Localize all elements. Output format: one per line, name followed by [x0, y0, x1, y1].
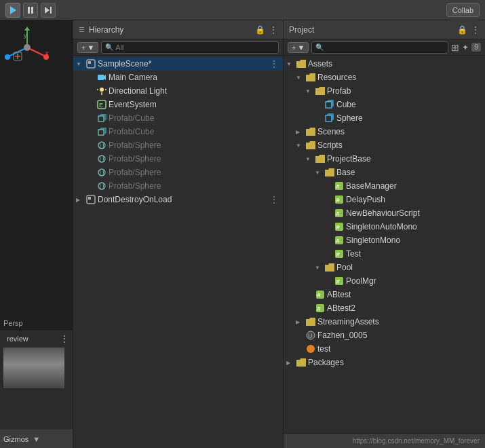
svg-rect-25: [98, 130, 104, 135]
tree-item-dots[interactable]: ⋮: [269, 58, 283, 69]
hierarchy-item[interactable]: Profab/Cube: [73, 125, 283, 138]
project-item[interactable]: ▼Profab: [284, 84, 485, 98]
project-item[interactable]: ▼Base: [284, 166, 485, 179]
ptree-item-label: Assets: [308, 59, 332, 69]
hierarchy-add-button[interactable]: + ▼: [77, 42, 98, 53]
play-button[interactable]: [5, 3, 20, 18]
ptree-item-label: DelayPush: [346, 195, 385, 204]
hierarchy-item[interactable]: Profab/Sphere: [73, 152, 283, 166]
project-header-icons: 🔒 ⋮: [457, 25, 480, 35]
svg-text:U: U: [308, 333, 313, 339]
step-button[interactable]: [41, 3, 56, 18]
hierarchy-item[interactable]: Profab/Sphere: [73, 138, 283, 152]
tree-item-label: Profab/Sphere: [109, 168, 161, 177]
project-item[interactable]: #Test: [284, 247, 485, 261]
collab-button[interactable]: Collab: [446, 3, 480, 17]
project-filter1-icon[interactable]: ⊞: [451, 42, 459, 53]
viewport-area[interactable]: y x Persp: [0, 20, 73, 331]
top-toolbar: Collab: [0, 0, 485, 20]
hierarchy-item[interactable]: ▶DontDestroyOnLoad⋮: [73, 193, 283, 206]
ptree-arrow-icon: ▶: [296, 129, 304, 135]
project-item[interactable]: #SingletonAutoMono: [284, 220, 485, 234]
ptree-item-icon: [325, 263, 334, 272]
svg-point-16: [100, 88, 104, 92]
project-item[interactable]: #NewBehaviourScript: [284, 206, 485, 220]
project-item[interactable]: #SingletonMono: [284, 234, 485, 247]
project-panel: Project 🔒 ⋮ +▼ 🔍 ⊞ ✦ 9 ▼Assets▼Resources…: [284, 20, 485, 448]
project-item[interactable]: #BaseManager: [284, 179, 485, 193]
ptree-item-label: NewBehaviourScript: [346, 208, 420, 218]
hierarchy-toolbar: + ▼ 🔍 All: [73, 39, 283, 56]
ptree-item-icon: U: [306, 331, 315, 340]
project-item[interactable]: ▶Packages: [284, 356, 485, 369]
project-tree: ▼Assets▼Resources▼ProfabCubeSphere▶Scene…: [284, 56, 485, 433]
svg-point-8: [24, 44, 31, 51]
ptree-item-icon: [296, 358, 306, 367]
hierarchy-item[interactable]: Main Camera: [73, 71, 283, 84]
hierarchy-more-icon[interactable]: ⋮: [269, 25, 277, 35]
hierarchy-item[interactable]: Profab/Sphere: [73, 166, 283, 179]
project-item[interactable]: #DelayPush: [284, 193, 485, 206]
svg-text:E: E: [99, 102, 103, 109]
preview-label: review: [3, 333, 32, 345]
tree-arrow-icon: ▶: [76, 197, 84, 203]
project-item[interactable]: ▼Assets: [284, 57, 485, 71]
project-item[interactable]: ▶StreamingAssets: [284, 315, 485, 329]
project-filter2-icon[interactable]: ✦: [462, 43, 469, 52]
ptree-item-label: Scenes: [317, 127, 345, 136]
hierarchy-lock-icon[interactable]: 🔒: [255, 25, 265, 35]
step-icon: [45, 7, 52, 14]
project-item[interactable]: ▼Pool: [284, 261, 485, 274]
svg-point-29: [100, 142, 104, 149]
hierarchy-search[interactable]: 🔍 All: [101, 41, 279, 54]
hierarchy-item[interactable]: ▼SampleScene*⋮: [73, 57, 283, 71]
hierarchy-item[interactable]: Profab/Cube: [73, 111, 283, 125]
project-item[interactable]: ▶Scenes: [284, 125, 485, 138]
project-item[interactable]: UFazhen_0005: [284, 329, 485, 342]
svg-text:#: #: [317, 292, 321, 299]
project-item[interactable]: #ABtest2: [284, 301, 485, 315]
project-item[interactable]: #ABtest: [284, 288, 485, 301]
hierarchy-item[interactable]: Profab/Sphere: [73, 179, 283, 193]
ptree-arrow-icon: ▼: [296, 143, 304, 149]
ptree-item-icon: [306, 317, 315, 326]
project-lock-icon[interactable]: 🔒: [457, 25, 467, 35]
project-item[interactable]: test: [284, 342, 485, 356]
hierarchy-header-icons: 🔒 ⋮: [255, 25, 277, 35]
project-add-button[interactable]: +▼: [288, 42, 309, 53]
search-placeholder: All: [115, 43, 123, 52]
project-item[interactable]: Cube: [284, 98, 485, 111]
ptree-item-icon: #: [334, 222, 344, 231]
tree-item-icon: [86, 195, 96, 204]
add-icon: +: [81, 43, 85, 52]
ptree-item-label: Test: [346, 249, 361, 259]
project-more-icon[interactable]: ⋮: [471, 25, 480, 35]
svg-marker-1: [24, 26, 30, 31]
hierarchy-item[interactable]: Directional Light: [73, 84, 283, 98]
ptree-arrow-icon: ▼: [305, 156, 313, 162]
svg-point-30: [98, 155, 105, 162]
tree-item-label: Profab/Sphere: [109, 141, 161, 150]
project-item[interactable]: #PoolMgr: [284, 274, 485, 288]
svg-point-7: [5, 54, 10, 60]
gizmos-dropdown-icon[interactable]: ▼: [33, 435, 40, 443]
hierarchy-menu-icon[interactable]: ☰: [79, 26, 85, 33]
project-item[interactable]: ▼Resources: [284, 71, 485, 84]
tree-item-label: Main Camera: [109, 73, 157, 82]
play-icon: [10, 6, 16, 14]
preview-dots[interactable]: ⋮: [60, 333, 69, 344]
pause-button[interactable]: [23, 3, 38, 18]
project-item[interactable]: ▼Scripts: [284, 138, 485, 152]
tree-item-icon: [97, 141, 106, 150]
ptree-arrow-icon: ▶: [286, 360, 294, 366]
ptree-item-icon: [306, 73, 315, 82]
main-layout: y x Persp review: [0, 20, 485, 448]
svg-rect-38: [326, 102, 332, 108]
tree-item-dots[interactable]: ⋮: [269, 194, 283, 205]
project-search[interactable]: 🔍: [311, 41, 448, 54]
project-item[interactable]: ▼ProjectBase: [284, 152, 485, 166]
project-badge[interactable]: 9: [471, 43, 481, 52]
project-item[interactable]: Sphere: [284, 111, 485, 125]
ptree-item-label: StreamingAssets: [317, 317, 379, 326]
hierarchy-item[interactable]: EEventSystem: [73, 98, 283, 111]
